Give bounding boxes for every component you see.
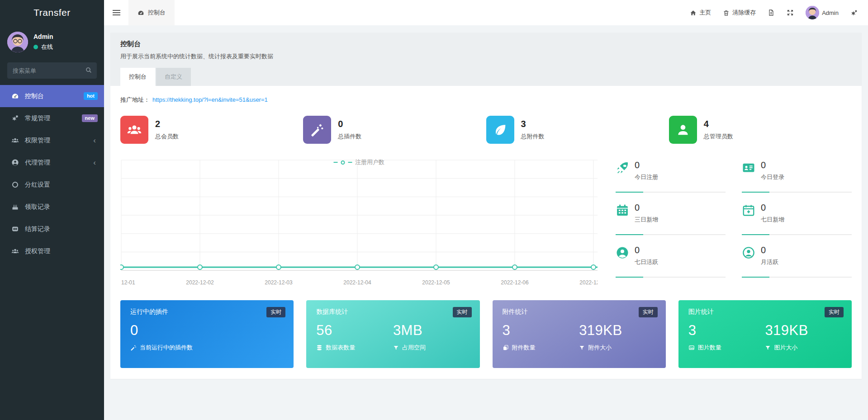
online-status-label: 在线 xyxy=(41,43,53,51)
main-content: 控制台 用于展示当前系统中的统计数据、统计报表及重要实时数据 控制台 自定义 推… xyxy=(104,25,868,420)
new-badge: new xyxy=(82,114,98,122)
menu-search-input[interactable] xyxy=(7,62,97,79)
realtime-badge: 实时 xyxy=(639,307,658,317)
sidebar-item-label: 控制台 xyxy=(25,92,84,100)
card-value: 3MB xyxy=(393,322,470,339)
rocket-icon xyxy=(616,161,631,175)
menu-search xyxy=(7,62,97,79)
hot-badge: hot xyxy=(84,92,98,100)
sidebar-item-label: 授权管理 xyxy=(25,247,98,255)
card-label: 附件大小 xyxy=(588,344,612,352)
mini-stat-value: 0 xyxy=(635,203,658,213)
docs-icon xyxy=(768,9,775,16)
mini-stat-value: 0 xyxy=(635,245,658,255)
fullscreen-button[interactable] xyxy=(787,9,794,16)
card-database-stats: 数据库统计 实时 56 数据表数量 xyxy=(306,300,479,368)
tab-dashboard[interactable]: 控制台 xyxy=(120,68,155,86)
sidebar: Transfer Admin 在线 xyxy=(0,0,104,420)
tab-custom[interactable]: 自定义 xyxy=(156,68,191,86)
sidebar-menu: 控制台 hot 常规管理 new xyxy=(0,85,104,262)
chart-legend[interactable]: 注册用户数 xyxy=(333,158,384,166)
sidebar-item-claims[interactable]: 领取记录 xyxy=(0,196,104,218)
mini-stat-today-login: 0 今日登录 xyxy=(742,157,852,200)
divider xyxy=(742,192,852,193)
card-value: 56 xyxy=(316,322,393,339)
card-label: 数据表数量 xyxy=(326,344,355,352)
trash-icon xyxy=(723,9,730,16)
card-label: 当前运行中的插件数 xyxy=(140,344,193,352)
card-title: 数据库统计 xyxy=(316,308,470,316)
stat-value: 3 xyxy=(521,119,545,129)
card-image-stats: 图片统计 实时 3 图片数量 xyxy=(678,300,852,368)
gears-icon xyxy=(10,114,20,122)
mini-stat-value: 0 xyxy=(761,160,784,170)
sidebar-item-authorization[interactable]: 授权管理 xyxy=(0,240,104,262)
page-title: 控制台 xyxy=(120,40,852,48)
legend-line-icon xyxy=(348,162,352,163)
summary-cards: 运行中的插件 实时 0 xyxy=(120,300,852,368)
home-button[interactable]: 主页 xyxy=(690,9,711,17)
page-subtitle: 用于展示当前系统中的统计数据、统计报表及重要实时数据 xyxy=(120,52,852,61)
x-tick: 2022-12-04 xyxy=(343,279,371,286)
topbar-user[interactable]: Admin xyxy=(806,6,839,19)
card-value: 3 xyxy=(688,322,765,339)
avatar-image xyxy=(7,32,28,52)
avatar[interactable] xyxy=(7,32,28,52)
card-running-plugins: 运行中的插件 实时 0 xyxy=(120,300,294,368)
online-status-dot xyxy=(33,45,38,49)
mini-stat-value: 0 xyxy=(635,160,658,170)
divider xyxy=(742,234,852,235)
card-label: 图片数量 xyxy=(698,344,721,352)
legend-line-icon xyxy=(333,162,337,163)
mini-stat-value: 0 xyxy=(761,245,778,255)
sidebar-item-agents[interactable]: 代理管理 ‹ xyxy=(0,151,104,174)
user-circle-outline-icon xyxy=(742,246,757,260)
legend-marker-icon xyxy=(341,160,345,165)
hamburger-icon xyxy=(113,9,120,17)
users-icon xyxy=(10,247,20,255)
x-tick: 12-01 xyxy=(121,279,135,286)
card-value: 3 xyxy=(503,322,579,339)
sidebar-item-label: 代理管理 xyxy=(25,159,93,167)
filter-icon xyxy=(765,345,771,351)
stat-value: 0 xyxy=(338,119,361,129)
x-tick: 2022-12-07 xyxy=(579,279,598,286)
stat-label: 总管理员数 xyxy=(704,132,733,141)
legend-label: 注册用户数 xyxy=(355,158,384,166)
sidebar-item-settlements[interactable]: 结算记录 xyxy=(0,218,104,240)
filter-icon xyxy=(579,345,585,351)
sidebar-item-dividends[interactable]: 分红设置 xyxy=(0,174,104,196)
settle-card-icon xyxy=(10,225,20,233)
gears-icon xyxy=(850,9,858,17)
docs-button[interactable] xyxy=(768,9,775,16)
leaf-icon xyxy=(486,116,514,144)
divider xyxy=(616,277,726,278)
clear-cache-label: 清除缓存 xyxy=(732,9,756,17)
stat-label: 总会员数 xyxy=(155,132,179,141)
menu-toggle-button[interactable] xyxy=(104,0,128,25)
topbar-tab-dashboard[interactable]: 控制台 xyxy=(128,0,175,25)
promo-row: 推广地址：https://thekking.top/?l=en&invite=5… xyxy=(120,96,852,104)
card-label: 附件数量 xyxy=(512,344,536,352)
dashboard-icon xyxy=(10,92,20,100)
settings-button[interactable] xyxy=(850,9,858,17)
card-value: 319KB xyxy=(579,322,656,339)
topbar-tab-label: 控制台 xyxy=(148,9,166,17)
sidebar-item-permissions[interactable]: 权限管理 ‹ xyxy=(0,129,104,151)
sidebar-item-general[interactable]: 常规管理 new xyxy=(0,107,104,129)
chart-canvas xyxy=(120,157,598,278)
mini-stat-today-registered: 0 今日注册 xyxy=(616,157,726,200)
avatar xyxy=(806,6,819,19)
mini-stat-label: 七日新增 xyxy=(761,216,784,224)
mini-stat-value: 0 xyxy=(761,203,784,213)
promo-link[interactable]: https://thekking.top/?l=en&invite=51&use… xyxy=(152,96,268,103)
sidebar-item-dashboard[interactable]: 控制台 hot xyxy=(0,85,104,107)
chevron-left-icon: ‹ xyxy=(93,159,98,166)
mini-stat-label: 七日活跃 xyxy=(635,258,658,266)
users-icon xyxy=(10,137,20,144)
mini-stat-label: 今日注册 xyxy=(635,173,658,181)
sidebar-item-label: 权限管理 xyxy=(25,137,93,145)
user-panel: Admin 在线 xyxy=(0,25,104,58)
clear-cache-button[interactable]: 清除缓存 xyxy=(723,9,756,17)
stat-tile-plugins: 0 总插件数 xyxy=(303,116,486,144)
